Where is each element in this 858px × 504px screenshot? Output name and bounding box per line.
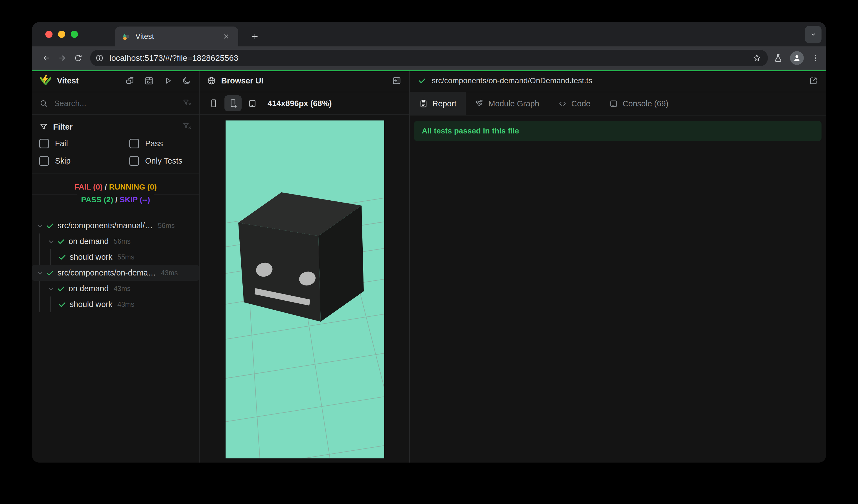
browser-tab-strip: Vitest	[32, 22, 826, 46]
test-duration: 43ms	[114, 284, 130, 293]
checkbox-skip[interactable]	[39, 156, 49, 166]
test-case-row[interactable]: should work 55ms	[32, 249, 199, 265]
test-duration: 56ms	[158, 222, 175, 230]
tab-module-graph[interactable]: Module Graph	[466, 92, 549, 115]
browser-ui-title: Browser UI	[221, 76, 264, 85]
filter-option-skip[interactable]: Skip	[39, 156, 129, 166]
filter-option-pass[interactable]: Pass	[129, 139, 192, 148]
browser-tab[interactable]: Vitest	[115, 27, 238, 46]
vitest-favicon	[122, 32, 130, 40]
viewport-area	[200, 115, 409, 462]
check-icon	[417, 76, 427, 85]
device-tablet-button[interactable]	[244, 95, 261, 111]
search-row	[32, 92, 199, 115]
vitest-logo	[39, 74, 52, 87]
filter-option-fail[interactable]: Fail	[39, 139, 129, 148]
dark-mode-moon-icon[interactable]	[181, 76, 192, 86]
open-panel-right-icon[interactable]	[392, 76, 402, 86]
report-panel: src/components/on-demand/OnDemand.test.t…	[410, 70, 826, 462]
running-count: RUNNING (0)	[109, 183, 157, 191]
browser-ui-panel: Browser UI 414x896px (68%)	[200, 70, 410, 462]
toolbar-right-icons	[774, 51, 820, 65]
chevron-down-icon[interactable]	[35, 268, 45, 278]
profile-avatar[interactable]	[790, 51, 804, 65]
forward-icon[interactable]	[54, 50, 70, 66]
test-progress-bar	[32, 70, 826, 71]
reload-icon[interactable]	[70, 50, 86, 66]
minimize-window-button[interactable]	[58, 31, 65, 38]
test-file-row-selected[interactable]: src/components/on-dema… 43ms	[32, 265, 199, 281]
module-graph-icon	[475, 99, 484, 108]
report-tabs: Report Module Graph Code Console (69)	[410, 92, 826, 115]
url-text: localhost:5173/#/?file=1828625563	[109, 53, 750, 63]
browser-toolbar: localhost:5173/#/?file=1828625563	[32, 46, 826, 70]
tab-title: Vitest	[136, 32, 221, 41]
filter-option-only-tests[interactable]: Only Tests	[129, 156, 192, 166]
site-info-icon[interactable]	[93, 51, 106, 65]
back-icon[interactable]	[38, 50, 54, 66]
globe-icon	[207, 76, 216, 85]
clear-filters-icon[interactable]	[182, 121, 192, 132]
address-bar[interactable]: localhost:5173/#/?file=1828625563	[90, 50, 768, 66]
chevron-down-icon[interactable]	[35, 221, 45, 230]
sidebar-header: Vitest	[32, 70, 199, 92]
chevron-down-icon[interactable]	[46, 284, 56, 293]
device-phone-small-button[interactable]	[205, 95, 222, 111]
tab-report[interactable]: Report	[410, 92, 466, 115]
test-tree: src/components/manual/… 56ms on demand 5…	[32, 214, 199, 462]
cube-robot-head	[238, 192, 364, 322]
test-suite-row[interactable]: on demand 56ms	[32, 233, 199, 249]
check-icon	[45, 268, 55, 278]
dashboard-windows-icon[interactable]	[125, 76, 136, 86]
close-tab-icon[interactable]	[221, 31, 232, 42]
run-all-play-icon[interactable]	[162, 76, 173, 86]
chevron-down-icon[interactable]	[46, 237, 56, 246]
all-tests-passed-banner: All tests passed in this file	[414, 121, 822, 141]
filter-title: Filter	[53, 123, 73, 131]
test-suite-row[interactable]: on demand 43ms	[32, 281, 199, 296]
report-clipboard-icon	[419, 99, 428, 108]
threejs-robot-scene	[225, 120, 384, 458]
open-in-editor-icon[interactable]	[808, 76, 819, 86]
test-duration: 43ms	[117, 300, 134, 308]
new-tab-button[interactable]	[247, 29, 263, 44]
check-icon	[58, 253, 67, 262]
checkbox-only-tests[interactable]	[129, 156, 139, 166]
app-title: Vitest	[57, 76, 79, 85]
pass-count: PASS (2)	[81, 195, 113, 204]
device-phone-plus-button[interactable]	[224, 95, 242, 111]
check-icon	[45, 221, 55, 230]
window-controls	[45, 31, 78, 38]
test-case-row[interactable]: should work 43ms	[32, 296, 199, 312]
check-icon	[57, 237, 66, 246]
test-duration: 55ms	[117, 253, 134, 261]
search-input[interactable]	[54, 99, 177, 108]
tab-console[interactable]: Console (69)	[600, 92, 678, 115]
coverage-icon[interactable]	[144, 76, 154, 86]
tested-app-viewport[interactable]	[225, 120, 384, 458]
console-icon	[609, 99, 618, 108]
browser-window: Vitest localhost:5173/#/?file=1828625563	[32, 22, 826, 462]
skip-count: SKIP (--)	[120, 195, 150, 204]
test-duration: 43ms	[161, 269, 178, 277]
browser-menu-icon[interactable]	[811, 54, 820, 63]
vitest-app: Vitest	[32, 70, 826, 462]
zoom-window-button[interactable]	[71, 31, 78, 38]
close-window-button[interactable]	[45, 31, 52, 38]
test-summary: FAIL (0) / RUNNING (0) PASS (2) / SKIP (…	[32, 174, 199, 214]
search-icon	[39, 99, 48, 108]
bookmark-star-icon[interactable]	[750, 51, 764, 65]
fail-count: FAIL (0)	[74, 183, 102, 191]
tab-search-chevron-button[interactable]	[805, 26, 822, 43]
experiments-flask-icon[interactable]	[774, 53, 783, 63]
code-icon	[558, 99, 567, 108]
sidebar: Vitest	[32, 70, 200, 462]
test-file-path: src/components/on-demand/OnDemand.test.t…	[432, 76, 592, 85]
clear-search-filter-icon[interactable]	[182, 98, 192, 109]
test-duration: 56ms	[114, 237, 130, 245]
check-icon	[57, 284, 66, 293]
checkbox-pass[interactable]	[129, 139, 139, 148]
checkbox-fail[interactable]	[39, 139, 49, 148]
tab-code[interactable]: Code	[549, 92, 600, 115]
test-file-row[interactable]: src/components/manual/… 56ms	[32, 218, 199, 233]
